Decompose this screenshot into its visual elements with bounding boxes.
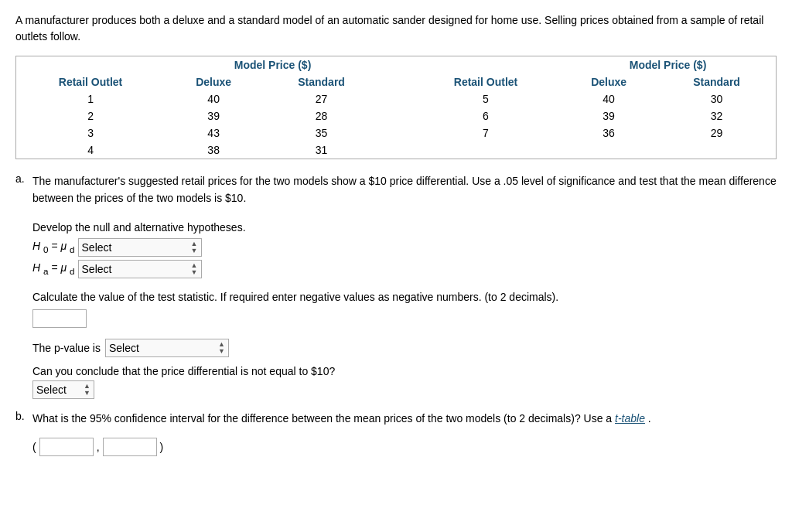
h0-label: H 0 = μ d [32, 240, 75, 254]
left-deluxe-1: 40 [165, 90, 262, 107]
table-row: 4 38 31 [16, 142, 776, 159]
left-deluxe-header: Deluxe [165, 73, 262, 90]
part-b-section: b. What is the 95% confidence interval f… [15, 410, 777, 456]
part-b-text-span: What is the 95% confidence interval for … [32, 412, 612, 425]
comma: , [97, 441, 100, 453]
right-deluxe-header: Deluxe [560, 73, 657, 90]
data-table: Model Price ($) Model Price ($) Retail O… [16, 56, 776, 159]
left-standard-header: Standard [262, 73, 381, 90]
table-row: 2 39 28 6 39 32 [16, 107, 776, 124]
calc-text: Calculate the value of the test statisti… [32, 291, 777, 303]
h0-select[interactable]: Select ≤ 10 ≥ 10 = 10 ≠ 10 < 10 > 10 [82, 241, 188, 254]
part-b-text: What is the 95% confidence interval for … [32, 410, 651, 427]
open-paren: ( [32, 441, 36, 453]
part-a-text: The manufacturer's suggested retail pric… [32, 172, 777, 207]
left-standard-3: 35 [262, 124, 381, 142]
confidence-interval-line: ( , ) [32, 438, 777, 456]
right-retail-header: Retail Outlet [411, 73, 560, 90]
develop-text: Develop the null and alternative hypothe… [32, 221, 777, 234]
interval-upper-input[interactable] [103, 438, 157, 456]
right-deluxe-5: 40 [560, 90, 657, 107]
right-model-price-header: Model Price ($) [560, 56, 776, 73]
left-deluxe-4: 38 [165, 142, 262, 159]
part-a-intro: a. The manufacturer's suggested retail p… [15, 172, 777, 215]
p-value-arrows: ▲▼ [218, 341, 225, 355]
left-standard-1: 27 [262, 90, 381, 107]
left-outlet-4: 4 [16, 142, 165, 159]
right-standard-header: Standard [657, 73, 776, 90]
close-paren: ) [160, 441, 164, 453]
right-standard-5: 30 [657, 90, 776, 107]
p-value-select-wrapper[interactable]: Select between .01 and .025 between .025… [105, 339, 229, 357]
right-deluxe-7: 36 [560, 124, 657, 142]
conclude-text: Can you conclude that the price differen… [32, 365, 777, 377]
interval-lower-input[interactable] [39, 438, 94, 456]
test-statistic-input[interactable] [32, 309, 87, 328]
right-outlet-5: 5 [411, 90, 560, 107]
intro-text: A manufacturer produces both a deluxe an… [15, 12, 777, 45]
left-standard-2: 28 [262, 107, 381, 124]
h0-select-wrapper[interactable]: Select ≤ 10 ≥ 10 = 10 ≠ 10 < 10 > 10 ▲▼ [78, 238, 202, 257]
p-value-label: The p-value is [32, 342, 101, 354]
left-deluxe-3: 43 [165, 124, 262, 142]
part-a-label: a. [15, 172, 28, 215]
conclude-select-wrapper[interactable]: Select Yes No ▲▼ [32, 380, 94, 399]
part-b-label: b. [15, 410, 28, 433]
intro-paragraph: A manufacturer produces both a deluxe an… [15, 12, 777, 45]
left-outlet-1: 1 [16, 90, 165, 107]
ha-select-arrows: ▲▼ [191, 262, 198, 276]
left-outlet-3: 3 [16, 124, 165, 142]
conclude-select[interactable]: Select Yes No [36, 384, 80, 396]
part-b-intro: b. What is the 95% confidence interval f… [15, 410, 777, 433]
test-statistic-area [32, 309, 777, 328]
h0-line: H 0 = μ d Select ≤ 10 ≥ 10 = 10 ≠ 10 < 1… [32, 238, 777, 257]
right-standard-7: 29 [657, 124, 776, 142]
data-table-container: Model Price ($) Model Price ($) Retail O… [15, 56, 777, 159]
h0-select-arrows: ▲▼ [191, 240, 198, 254]
right-deluxe-6: 39 [560, 107, 657, 124]
ha-label: H a = μ d [32, 261, 75, 276]
left-model-price-header: Model Price ($) [165, 56, 381, 73]
p-value-line: The p-value is Select between .01 and .0… [32, 339, 777, 357]
right-outlet-6: 6 [411, 107, 560, 124]
part-a-section: a. The manufacturer's suggested retail p… [15, 172, 777, 399]
part-b-period: . [648, 412, 651, 425]
hypotheses-section: Develop the null and alternative hypothe… [32, 221, 777, 399]
t-table-link[interactable]: t-table [615, 412, 645, 425]
right-outlet-7: 7 [411, 124, 560, 142]
conclude-select-line: Select Yes No ▲▼ [32, 380, 777, 399]
table-row: 1 40 27 5 40 30 [16, 90, 776, 107]
ha-line: H a = μ d Select ≤ 10 ≥ 10 = 10 ≠ 10 < 1… [32, 260, 777, 278]
ha-select[interactable]: Select ≤ 10 ≥ 10 = 10 ≠ 10 < 10 > 10 [82, 263, 188, 275]
left-deluxe-2: 39 [165, 107, 262, 124]
table-row: 3 43 35 7 36 29 [16, 124, 776, 142]
left-outlet-2: 2 [16, 107, 165, 124]
p-value-select[interactable]: Select between .01 and .025 between .025… [109, 342, 215, 354]
left-standard-4: 31 [262, 142, 381, 159]
conclude-arrows: ▲▼ [84, 383, 90, 397]
left-retail-header: Retail Outlet [16, 73, 165, 90]
right-standard-6: 32 [657, 107, 776, 124]
ha-select-wrapper[interactable]: Select ≤ 10 ≥ 10 = 10 ≠ 10 < 10 > 10 ▲▼ [78, 260, 202, 278]
